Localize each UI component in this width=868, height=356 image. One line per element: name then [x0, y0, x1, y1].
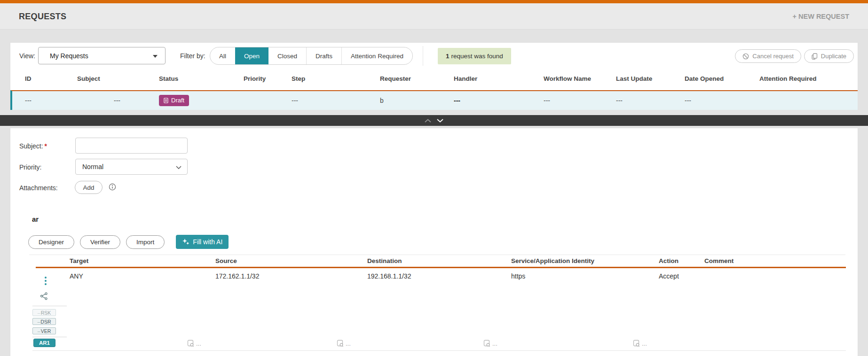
- doc-search-icon: [337, 340, 344, 347]
- more-objects-source[interactable]: ...: [337, 339, 351, 348]
- filter-closed[interactable]: Closed: [268, 47, 306, 64]
- brand-top-strip: [0, 0, 868, 3]
- import-button[interactable]: Import: [126, 235, 165, 249]
- new-request-button[interactable]: + NEW REQUEST: [793, 13, 849, 20]
- rule-cell-destination[interactable]: 192.168.1.1/32: [367, 269, 511, 285]
- cell-last-update: ---: [616, 97, 685, 104]
- row-menu-icon[interactable]: [43, 277, 48, 285]
- col-workflow-name: Workflow Name: [544, 72, 616, 86]
- attachments-label: Attachments:: [19, 184, 58, 192]
- tag-dsr-label: DSR: [40, 319, 51, 325]
- rules-header-underline: [36, 267, 846, 268]
- rule-cell-target[interactable]: ANY: [70, 269, 215, 285]
- fill-with-ai-button[interactable]: Fill with AI: [176, 235, 229, 249]
- share-icon[interactable]: [40, 292, 48, 302]
- priority-label: Priority:: [19, 163, 41, 171]
- result-count-badge: 1 request was found: [438, 48, 511, 64]
- rule-row[interactable]: ANY 172.162.1.1/32 192.168.1.1/32 https …: [36, 269, 846, 285]
- result-count: 1: [446, 53, 450, 60]
- request-row-selected[interactable]: --- --- Draft --- b --- --- --- ---: [10, 90, 858, 110]
- cell-handler: ---: [454, 97, 544, 104]
- more-ellipsis: ...: [196, 340, 201, 347]
- request-detail-panel: Subject:* Priority: Normal Attachments: …: [10, 128, 858, 356]
- page-header: REQUESTS + NEW REQUEST: [0, 3, 868, 30]
- cell-workflow-name: ---: [544, 97, 616, 104]
- collapse-up-button[interactable]: [425, 119, 431, 123]
- doc-search-icon: [187, 340, 194, 347]
- rules-col-destination: Destination: [367, 255, 511, 267]
- add-attachment-button[interactable]: Add: [75, 181, 103, 194]
- cell-status: Draft: [159, 95, 244, 106]
- rule-cell-service[interactable]: https: [511, 269, 659, 285]
- col-requester: Requester: [380, 72, 454, 86]
- duplicate-icon: [812, 53, 818, 60]
- rule-cell-comment[interactable]: [704, 269, 846, 285]
- duplicate-label: Duplicate: [821, 53, 846, 60]
- duplicate-button[interactable]: Duplicate: [804, 49, 854, 63]
- cell-date-opened: ---: [685, 97, 759, 104]
- tag-ver-label: VER: [41, 328, 51, 334]
- view-select[interactable]: My Requests: [38, 47, 166, 64]
- rail-divider: [32, 337, 67, 337]
- requests-table-header: ID Subject Status Priority Step Requeste…: [25, 72, 854, 86]
- more-ellipsis: ...: [642, 340, 647, 347]
- ban-icon: [742, 53, 749, 60]
- cell-requester: b: [380, 97, 454, 104]
- chevron-down-icon: [437, 119, 443, 123]
- subject-input[interactable]: [75, 138, 188, 154]
- col-date-opened: Date Opened: [685, 72, 759, 86]
- filter-drafts[interactable]: Drafts: [306, 47, 341, 64]
- rules-col-service: Service/Application Identity: [511, 255, 659, 267]
- more-objects-service[interactable]: ...: [633, 339, 647, 348]
- toolbar-divider: [423, 46, 423, 66]
- col-step: Step: [292, 72, 380, 86]
- filter-pill-group: All Open Closed Drafts Attention Require…: [210, 47, 413, 65]
- page-title: REQUESTS: [19, 11, 66, 21]
- more-objects-destination[interactable]: ...: [483, 339, 497, 348]
- rules-col-rail: [36, 255, 70, 267]
- rule-cell-source[interactable]: 172.162.1.1/32: [215, 269, 367, 285]
- rule-cell-action[interactable]: Accept: [659, 269, 704, 285]
- rules-col-comment: Comment: [704, 255, 846, 267]
- info-icon[interactable]: [109, 183, 116, 192]
- view-select-value: My Requests: [50, 52, 88, 60]
- status-badge-draft: Draft: [159, 95, 189, 106]
- chevron-down-icon: [176, 166, 181, 169]
- ar1-badge[interactable]: AR1: [33, 339, 55, 347]
- workflow-step-title: ar: [32, 215, 39, 223]
- col-status: Status: [159, 72, 244, 86]
- tag-dash: –: [37, 319, 40, 325]
- filter-attention-required[interactable]: Attention Required: [341, 47, 412, 64]
- view-label: View:: [19, 52, 35, 60]
- chevron-up-icon: [425, 119, 431, 123]
- cancel-request-button[interactable]: Cancel request: [735, 49, 801, 63]
- document-icon: [164, 98, 168, 103]
- filter-all[interactable]: All: [210, 47, 235, 64]
- col-subject: Subject: [77, 72, 159, 86]
- tag-dash: –: [38, 310, 40, 316]
- required-asterisk: *: [45, 142, 47, 150]
- more-ellipsis: ...: [346, 340, 351, 347]
- tag-rsk[interactable]: –RSK: [32, 309, 56, 316]
- rules-top-hairline: [29, 255, 845, 255]
- priority-select[interactable]: Normal: [75, 159, 188, 175]
- workflow-buttons: Designer Verifier Import Fill with AI: [28, 235, 229, 249]
- filter-by-label: Filter by:: [180, 52, 205, 60]
- rules-col-source: Source: [215, 255, 367, 267]
- expand-down-button[interactable]: [437, 119, 443, 123]
- priority-select-value: Normal: [82, 163, 103, 170]
- list-actions: Cancel request Duplicate: [735, 49, 854, 63]
- verifier-button[interactable]: Verifier: [80, 235, 120, 249]
- filter-open[interactable]: Open: [235, 47, 268, 64]
- col-id: ID: [25, 72, 77, 86]
- more-ellipsis: ...: [492, 340, 497, 347]
- more-objects-target[interactable]: ...: [187, 339, 201, 348]
- tag-ver[interactable]: –VER: [32, 327, 56, 334]
- doc-search-icon: [483, 340, 490, 347]
- subject-label: Subject:*: [19, 142, 47, 150]
- caret-down-icon: [153, 55, 158, 58]
- tag-dsr[interactable]: –DSR: [32, 318, 56, 325]
- designer-button[interactable]: Designer: [28, 235, 74, 249]
- rules-table-header: Target Source Destination Service/Applic…: [36, 255, 846, 267]
- rules-bottom-hairline: [32, 350, 846, 351]
